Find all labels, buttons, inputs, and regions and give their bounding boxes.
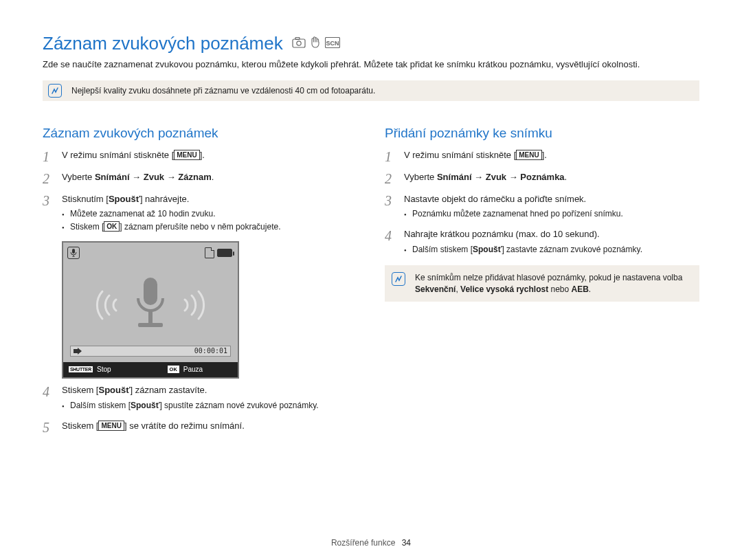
timer-value: 00:00:01 — [194, 347, 227, 355]
page-footer: Rozšířené funkce 34 — [0, 538, 742, 548]
step-number: 5 — [43, 420, 55, 435]
info-icon — [48, 84, 62, 98]
text: . — [212, 172, 214, 182]
menu-path: Snímání → Zvuk → Poznámka — [437, 172, 565, 182]
menu-button-label: MENU — [516, 150, 541, 160]
text: V režimu snímání stiskněte [ — [404, 150, 516, 160]
right-column: Přidání poznámky ke snímku 1 V režimu sn… — [385, 126, 699, 442]
preview-bottom-strip: SHUTTER Stop OK Pauza — [63, 362, 238, 377]
progress-bar: 00:00:01 — [70, 346, 231, 357]
bullet: Poznámku můžete zaznamenat hned po poříz… — [404, 208, 699, 220]
info-icon — [392, 272, 405, 286]
step-number: 2 — [43, 171, 55, 186]
text: ]. — [542, 150, 547, 160]
step-number: 4 — [385, 228, 397, 257]
shutter-label: Spoušť — [473, 245, 502, 254]
bullet: Dalším stiskem [Spoušť] spustíte záznam … — [62, 400, 357, 412]
text: V režimu snímání stiskněte [ — [62, 150, 174, 160]
text: Vyberte — [62, 172, 95, 182]
stop-label: Stop — [97, 366, 111, 373]
intro-text: Zde se naučíte zaznamenat zvukovou pozná… — [43, 58, 699, 71]
right-tip-text: Ke snímkům nelze přidávat hlasové poznám… — [415, 272, 691, 295]
step-number: 1 — [43, 149, 55, 164]
shutter-label: Spoušť — [109, 194, 140, 204]
bullet: Můžete zaznamenat až 10 hodin zvuku. — [62, 208, 357, 220]
camera-mode-icon — [292, 37, 306, 48]
pause-label: Pauza — [183, 366, 203, 373]
scene-mode-icon: SCN — [325, 37, 340, 48]
text: Dalším stiskem [ — [70, 401, 131, 410]
left-step-1: 1 V režimu snímání stiskněte [MENU]. — [43, 149, 357, 164]
text: nebo — [548, 284, 571, 294]
page-title: Záznam zvukových poznámek — [43, 33, 283, 54]
text: Ke snímkům nelze přidávat hlasové poznám… — [415, 273, 682, 282]
left-step-2: 2 Vyberte Snímání → Zvuk → Záznam. — [43, 171, 357, 186]
step-number: 1 — [385, 149, 397, 164]
right-heading: Přidání poznámky ke snímku — [385, 126, 699, 141]
top-tip-text: Nejlepší kvality zvuku dosáhnete při záz… — [71, 86, 375, 96]
svg-rect-6 — [144, 278, 157, 305]
svg-rect-1 — [295, 38, 300, 40]
svg-point-2 — [297, 41, 301, 45]
shutter-label: Spoušť — [131, 401, 159, 410]
recording-indicator-icon — [67, 247, 80, 259]
ok-indicator: OK — [168, 366, 179, 373]
shutter-label: Spoušť — [98, 385, 130, 395]
camera-preview: 00:00:01 SHUTTER Stop OK Pauza — [62, 241, 239, 379]
left-step-3: 3 Stisknutím [Spoušť] nahrávejte. Můžete… — [43, 193, 357, 234]
text: ] spustíte záznam nové zvukové poznámky. — [159, 401, 318, 410]
text: Dalším stiskem [ — [412, 245, 473, 254]
text: . — [589, 284, 591, 294]
text: . — [565, 172, 567, 182]
step-number: 2 — [385, 171, 397, 186]
text: Stiskem [ — [62, 421, 98, 431]
footer-page-number: 34 — [402, 538, 411, 548]
microphone-graphic — [82, 274, 219, 336]
step-number: 4 — [43, 384, 55, 413]
step-number: 3 — [385, 193, 397, 222]
hand-mode-icon — [310, 36, 321, 48]
right-step-2: 2 Vyberte Snímání → Zvuk → Poznámka. — [385, 171, 699, 186]
text: ] zastavte záznam zvukové poznámky. — [502, 245, 642, 254]
ok-button-label: OK — [104, 221, 120, 232]
bold: AEB — [572, 284, 589, 294]
svg-rect-7 — [148, 311, 153, 323]
svg-marker-10 — [78, 348, 82, 355]
bold: Sekvenční — [415, 284, 456, 294]
right-tip-box: Ke snímkům nelze přidávat hlasové poznám… — [385, 265, 699, 302]
text: Vyberte — [404, 172, 437, 182]
top-tip-box: Nejlepší kvality zvuku dosáhnete při záz… — [43, 80, 699, 101]
text: Stiskem [ — [70, 222, 104, 232]
bullet: Dalším stiskem [Spoušť] zastavte záznam … — [404, 244, 699, 256]
battery-icon — [217, 249, 232, 257]
step-number: 3 — [43, 193, 55, 234]
footer-section: Rozšířené funkce — [331, 538, 395, 548]
text: ] nahrávejte. — [140, 194, 190, 204]
text: Stiskem [ — [62, 385, 98, 395]
text: ]. — [200, 150, 205, 160]
right-step-1: 1 V režimu snímání stiskněte [MENU]. — [385, 149, 699, 164]
left-step-5: 5 Stiskem [MENU] se vrátíte do režimu sn… — [43, 420, 357, 435]
mode-icons: SCN — [292, 36, 341, 50]
menu-path: Snímání → Zvuk → Záznam — [95, 172, 212, 182]
svg-rect-0 — [293, 39, 305, 47]
svg-text:SCN: SCN — [326, 40, 339, 47]
shutter-indicator: SHUTTER — [69, 366, 93, 372]
text: ] se vrátíte do režimu snímání. — [124, 421, 245, 431]
right-step-4: 4 Nahrajte krátkou poznámku (max. do 10 … — [385, 228, 699, 257]
svg-rect-9 — [74, 349, 78, 353]
play-head-icon — [74, 348, 83, 355]
bullet: Stiskem [OK] záznam přerušíte nebo v něm… — [62, 221, 357, 233]
menu-button-label: MENU — [98, 421, 124, 431]
text: ] záznam zastavíte. — [130, 385, 207, 395]
sd-card-icon — [205, 247, 214, 258]
text: Nastavte objekt do rámečku a pořiďte sní… — [404, 194, 586, 204]
bold: Velice vysoká rychlost — [460, 284, 548, 294]
svg-rect-5 — [72, 249, 75, 254]
svg-rect-8 — [138, 323, 163, 327]
right-step-3: 3 Nastavte objekt do rámečku a pořiďte s… — [385, 193, 699, 222]
text: ] záznam přerušíte nebo v něm pokračujet… — [120, 222, 280, 232]
menu-button-label: MENU — [174, 150, 199, 160]
left-column: Záznam zvukových poznámek 1 V režimu sní… — [43, 126, 357, 442]
text: Nahrajte krátkou poznámku (max. do 10 se… — [404, 229, 600, 239]
